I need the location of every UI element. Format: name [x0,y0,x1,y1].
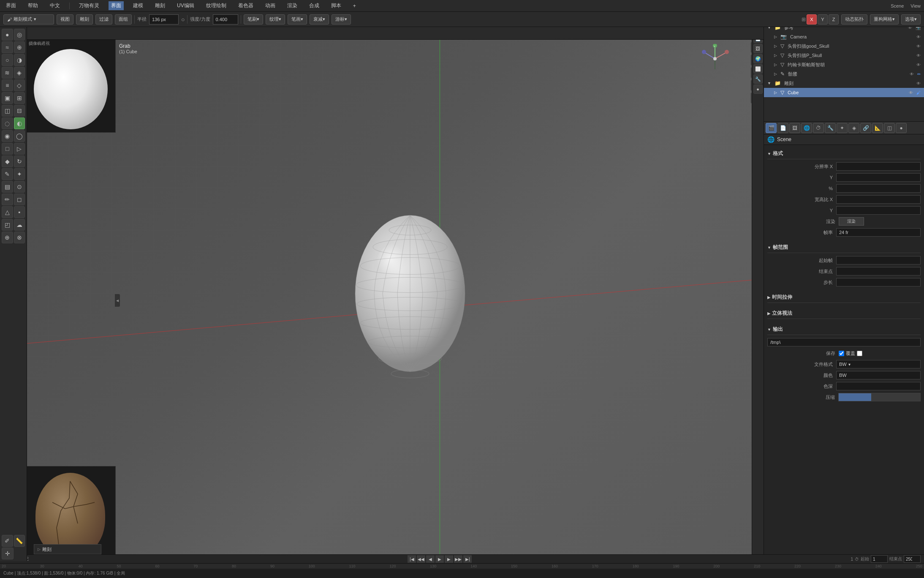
sculpt-eye-icon[interactable]: 👁 [916,81,921,86]
outliner-skull2[interactable]: ▷ ▽ 头骨扫描P_Skull 👁 [764,51,924,60]
world-props-tab[interactable]: ⏱ [813,123,824,133]
scrape-btn[interactable]: ◫ [2,105,13,117]
sculpt-mode-indicator[interactable]: ▷ 雕刻 [34,544,101,554]
crease-btn[interactable]: ≡ [2,79,13,91]
remesh-btn[interactable]: 重构网格▾ [870,14,899,25]
skel-eye-icon[interactable]: 👁 [910,72,914,76]
snake-hook-btn[interactable]: ◯ [14,130,25,142]
play-btn[interactable]: ▶ [435,555,444,563]
compression-slider[interactable] [838,393,921,401]
thumb-btn[interactable]: □ [2,143,13,155]
constraints-tab-btn[interactable]: 📐 [872,123,883,133]
output-header[interactable]: ▼ 输出 [767,324,921,335]
next-keyframe-btn[interactable]: ▶▶ [454,555,462,563]
outliner-cube[interactable]: ▷ ▽ Cube 👁 🖌 [764,88,924,97]
menu-compositing[interactable]: 合成 [307,1,322,10]
material-props-tab[interactable]: ● [896,123,907,133]
menu-help[interactable]: 帮助 [25,1,41,10]
start-frame-value[interactable] [836,256,921,264]
pose-btn[interactable]: ▷ [14,143,25,155]
menu-everything[interactable]: 万物有灵 [76,1,102,10]
menu-texture-paint[interactable]: 纹理绘制 [204,1,229,10]
menu-animation[interactable]: 动画 [263,1,278,10]
prev-frame-btn[interactable]: ◀ [426,555,435,563]
sample-color-btn[interactable]: ⊗ [14,232,25,243]
end-frame-value[interactable] [836,267,921,275]
symmetry-dropdown-btn[interactable]: 游标▾ [332,14,351,25]
overwrite-checkbox[interactable] [857,351,862,356]
box-face-set-btn[interactable]: ◰ [2,219,13,231]
color-value[interactable]: BW [836,371,921,379]
menu-shader[interactable]: 着色器 [236,1,256,10]
filter-menu-btn[interactable]: 过滤 [95,14,112,25]
res-pct-value[interactable] [836,184,921,193]
sculpt-menu-btn[interactable]: 雕刻 [76,14,93,25]
flatten-btn[interactable]: ▣ [2,92,13,104]
x-axis-btn[interactable]: X [807,14,817,25]
step-value[interactable] [836,278,921,286]
prev-keyframe-btn[interactable]: ◀◀ [417,555,425,563]
save-checkbox[interactable] [839,351,844,356]
pinch-btn[interactable]: ◌ [2,117,13,129]
viewport-3d[interactable]: 摄像机透视 (1) Cube Grab (1) Cube [27,40,764,561]
format-header[interactable]: ▼ 格式 [767,148,921,159]
modifier-props-tab[interactable]: ✦ [837,123,848,133]
boundary-btn[interactable]: ✦ [14,168,25,180]
menu-add-tab[interactable]: + [351,2,359,10]
outliner-collection-sculpt[interactable]: ▼ 📁 雕刻 👁 [764,79,924,88]
collapse-left-btn[interactable]: ◀ [115,294,120,307]
mask-paint-btn[interactable]: ✏ [2,194,13,205]
grab-btn[interactable]: ◐ [14,117,25,129]
face-set-paint-btn[interactable]: ▪ [14,206,25,218]
jump-end-btn[interactable]: ▶| [463,555,472,563]
aspect-x-value[interactable] [836,195,921,204]
menu-chinese[interactable]: 中文 [47,1,63,10]
menu-modeling[interactable]: 建模 [130,1,146,10]
res-y-value[interactable] [836,173,921,182]
aspect-y-value[interactable] [836,206,921,215]
annotate-btn[interactable]: ✐ [2,535,13,547]
cursor-btn[interactable]: ✛ [2,548,14,559]
multiplane-btn[interactable]: ⊟ [14,105,25,117]
inflate-btn[interactable]: ≋ [2,67,13,79]
nudge-btn[interactable]: ◆ [2,155,13,167]
camera-eye-icon[interactable]: 👁 [916,35,921,39]
world-icon-btn[interactable]: 🌍 [753,54,763,63]
menu-render[interactable]: 渲染 [285,1,300,10]
data-props-tab[interactable]: ◫ [884,123,895,133]
john-eye-icon[interactable]: 👁 [916,63,921,67]
jump-start-btn[interactable]: |◀ [408,555,416,563]
outliner-skeleton[interactable]: ▷ ✎ 骷髅 👁 ✏ [764,69,924,79]
start-frame-input[interactable] [871,555,888,563]
brush-strength-input[interactable] [213,14,238,25]
lasso-face-set-btn[interactable]: ☁ [14,219,25,231]
mode-selector[interactable]: 🖌 雕刻模式 ▾ [3,14,54,25]
clay-strips-btn[interactable]: ⊕ [14,41,25,53]
res-x-value[interactable] [836,162,921,171]
falloff-dropdown-btn[interactable]: 衰减▾ [310,14,329,25]
smooth-btn[interactable]: ◇ [14,79,25,91]
file-format-value[interactable]: BW ▾ [836,360,921,368]
layer-btn[interactable]: ◑ [14,54,25,66]
cloth-btn[interactable]: ▤ [2,181,13,193]
options-btn[interactable]: 选项▾ [901,14,921,25]
frame-range-header[interactable]: ▼ 帧范围 [767,242,921,253]
menu-scripting[interactable]: 脚本 [329,1,344,10]
frame-rate-value[interactable]: 24 fr [836,228,921,237]
menu-interface[interactable]: 界面 [3,1,19,10]
output-path-input[interactable] [767,338,921,346]
cube-eye-icon[interactable]: 👁 [909,90,913,95]
object-props-tab[interactable]: 🔧 [825,123,836,133]
topology-btn[interactable]: ✎ [2,168,13,180]
menu-interface2[interactable]: 界面 [109,1,124,10]
view-menu-btn[interactable]: 视图 [57,14,73,25]
brush-radius-input[interactable] [149,14,179,25]
physics-props-tab[interactable]: 🔗 [860,123,871,133]
modifier-icon-btn[interactable]: 🔧 [753,74,763,84]
next-frame-btn[interactable]: ▶ [445,555,453,563]
view-layer-tab[interactable]: 🖼 [789,123,800,133]
stereoscopy-header[interactable]: ▶ 立体视法 [767,308,921,319]
outliner-camera[interactable]: ▷ 📷 Camera 👁 [764,32,924,41]
menu-sculpting[interactable]: 雕刻 [152,1,168,10]
menu-uv[interactable]: UV编辑 [174,1,197,10]
